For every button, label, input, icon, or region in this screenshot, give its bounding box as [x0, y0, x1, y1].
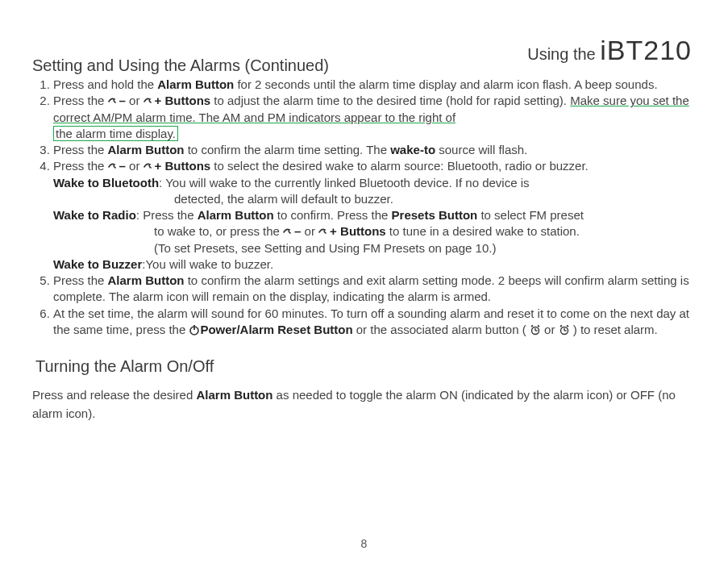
buttons-label: Buttons — [161, 159, 210, 173]
alarm-button-label: Alarm Button — [157, 77, 234, 91]
presets-button-label: Presets Button — [392, 208, 478, 222]
minus-label: – — [119, 159, 126, 173]
tune-minus-icon — [108, 97, 119, 106]
text: or the associated alarm button ( — [353, 323, 530, 336]
highlighted-note: the alarm time display. — [53, 126, 178, 141]
text: to wake to, or press the — [154, 224, 283, 238]
step-5: Press the Alarm Button to confirm the al… — [53, 273, 696, 306]
text: to select the desired wake to alarm sour… — [210, 159, 589, 173]
text: to select FM preset — [477, 208, 584, 222]
alarm-button-label: Alarm Button — [196, 388, 272, 402]
tune-plus-icon — [144, 97, 155, 106]
step-6: At the set time, the alarm will sound fo… — [53, 306, 696, 339]
step-3: Press the Alarm Button to confirm the al… — [53, 142, 696, 158]
text: Press the — [53, 94, 108, 107]
plus-label: + — [330, 224, 337, 238]
turning-alarm-paragraph: Press and release the desired Alarm Butt… — [32, 386, 696, 423]
steps-list: Press and hold the Alarm Button for 2 se… — [32, 77, 696, 338]
tune-plus-icon — [318, 227, 330, 237]
power-alarm-reset-label: Power/Alarm Reset Button — [200, 323, 352, 336]
wake-radio-label: Wake to Radio — [53, 208, 136, 222]
tune-minus-icon — [108, 162, 119, 172]
tune-minus-icon — [283, 227, 294, 237]
plus-label: + — [155, 94, 162, 107]
wake-buzzer: Wake to Buzzer:You will wake to buzzer. — [53, 256, 696, 273]
text: ) to reset alarm. — [570, 323, 658, 336]
text: : You will wake to the currently linked … — [159, 176, 529, 190]
text: to adjust the alarm time to the desired … — [210, 94, 570, 107]
minus-label: – — [119, 94, 126, 107]
text: Press the — [53, 273, 108, 287]
text: : Press the — [136, 208, 198, 222]
text: or — [541, 323, 559, 336]
product-title: Using the iBT210 — [527, 32, 692, 69]
text: or — [301, 224, 318, 238]
wake-to-label: wake-to — [390, 143, 435, 156]
text: detected, the alarm will default to buzz… — [174, 191, 696, 207]
product-model: iBT210 — [600, 35, 692, 65]
text: Press and release the desired — [32, 388, 196, 402]
step-2: Press the – or + Buttons to adjust the a… — [53, 93, 696, 142]
text: Press the — [53, 143, 108, 156]
page-number: 8 — [0, 536, 728, 552]
alarm-button-label: Alarm Button — [108, 143, 185, 156]
plus-label: + — [155, 159, 162, 173]
buttons-label: Buttons — [337, 224, 386, 238]
alarm2-icon — [559, 324, 570, 336]
power-icon — [189, 324, 200, 336]
text: Press and hold the — [53, 77, 157, 91]
text: for 2 seconds until the alarm time displ… — [234, 77, 657, 91]
text: Press the — [53, 159, 108, 173]
step-4: Press the – or + Buttons to select the d… — [53, 158, 696, 273]
buttons-label: Buttons — [161, 94, 210, 107]
wake-buzzer-label: Wake to Buzzer — [53, 257, 142, 271]
text: or — [126, 159, 144, 173]
alarm-button-label: Alarm Button — [108, 273, 185, 287]
text: source will flash. — [435, 143, 527, 156]
product-prefix: Using the — [527, 45, 600, 63]
alarm-button-label: Alarm Button — [198, 208, 274, 222]
text: to confirm. Press the — [274, 208, 392, 222]
wake-radio-line3: (To set Presets, see Setting and Using F… — [154, 240, 696, 256]
tune-plus-icon — [144, 162, 155, 172]
wake-bluetooth-label: Wake to Bluetooth — [53, 176, 159, 190]
text: or — [126, 94, 144, 107]
wake-radio-line2: to wake to, or press the – or + Buttons … — [154, 223, 696, 240]
alarm1-icon — [530, 324, 541, 336]
wake-bluetooth: Wake to Bluetooth: You will wake to the … — [53, 175, 696, 191]
section2-title: Turning the Alarm On/Off — [35, 356, 696, 377]
text: to confirm the alarm time setting. The — [185, 143, 391, 156]
text: :You will wake to buzzer. — [142, 257, 273, 271]
wake-radio: Wake to Radio: Press the Alarm Button to… — [53, 207, 696, 223]
text: to tune in a desired wake to station. — [386, 224, 580, 238]
step-1: Press and hold the Alarm Button for 2 se… — [53, 77, 696, 93]
wake-options: Wake to Bluetooth: You will wake to the … — [53, 175, 696, 273]
